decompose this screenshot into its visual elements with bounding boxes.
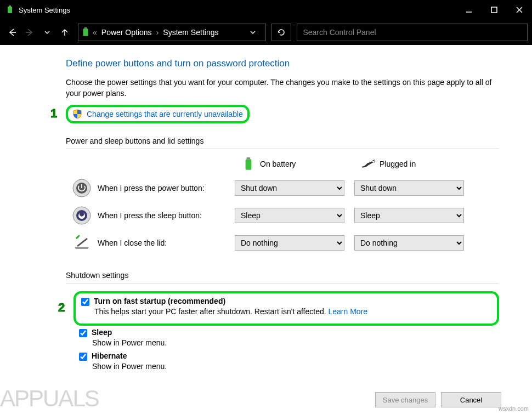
hibernate-option-label: Hibernate xyxy=(92,351,127,360)
fast-startup-highlight: 2 Turn on fast startup (recommended) Thi… xyxy=(73,291,499,326)
nav-history-dropdown[interactable] xyxy=(39,24,55,41)
breadcrumb-system-settings[interactable]: System Settings xyxy=(161,28,220,37)
footer-buttons: Save changes Cancel xyxy=(375,392,501,407)
breadcrumb-power-options[interactable]: Power Options xyxy=(99,28,154,37)
sleep-option-label: Sleep xyxy=(92,328,112,337)
annotation-badge-1: 1 xyxy=(50,106,65,122)
power-options-icon xyxy=(81,27,90,37)
column-plugged-in: Plugged in xyxy=(354,157,464,171)
toolbar: « Power Options › System Settings Search… xyxy=(0,20,532,45)
sleep-checkbox[interactable] xyxy=(79,329,87,337)
change-settings-link[interactable]: Change settings that are currently unava… xyxy=(87,110,243,118)
nav-back-button[interactable] xyxy=(4,24,20,41)
svg-rect-8 xyxy=(83,29,88,36)
lid-battery-select[interactable]: Do nothing xyxy=(235,235,344,251)
uac-shield-icon xyxy=(72,109,82,119)
watermark-logo: APPUALS xyxy=(0,385,99,412)
power-button-battery-select[interactable]: Shut down xyxy=(235,180,344,196)
breadcrumb-dropdown[interactable] xyxy=(242,28,263,37)
section-power-sleep-lid: Power and sleep buttons and lid settings xyxy=(66,137,499,149)
refresh-button[interactable] xyxy=(271,24,291,41)
fast-startup-desc: This helps start your PC faster after sh… xyxy=(94,307,491,316)
page-heading: Define power buttons and turn on passwor… xyxy=(66,58,499,69)
svg-rect-9 xyxy=(84,27,87,29)
power-button-icon xyxy=(71,178,92,199)
change-settings-link-highlight: 1 Change settings that are currently una… xyxy=(66,105,250,123)
battery-icon xyxy=(241,157,256,171)
row-sleep-label: When I press the sleep button: xyxy=(98,211,202,220)
save-changes-button[interactable]: Save changes xyxy=(375,392,435,407)
row-sleep-button: When I press the sleep button: xyxy=(66,205,225,226)
svg-line-13 xyxy=(373,161,375,162)
row-close-lid: When I close the lid: xyxy=(66,232,225,253)
sleep-option-desc: Show in Power menu. xyxy=(92,338,499,347)
sleep-row: Sleep xyxy=(79,328,499,337)
power-options-icon xyxy=(5,5,14,14)
titlebar: System Settings xyxy=(0,0,532,20)
hibernate-checkbox[interactable] xyxy=(79,353,87,361)
shutdown-settings-group: 2 Turn on fast startup (recommended) Thi… xyxy=(66,291,499,371)
svg-rect-10 xyxy=(246,159,252,170)
search-input[interactable]: Search Control Panel xyxy=(297,24,528,41)
content-area: Define power buttons and turn on passwor… xyxy=(0,45,532,414)
annotation-badge-2: 2 xyxy=(58,300,72,316)
nav-forward-button[interactable] xyxy=(22,24,37,41)
fast-startup-label: Turn on fast startup (recommended) xyxy=(94,297,225,305)
close-button[interactable] xyxy=(507,0,532,20)
svg-point-17 xyxy=(76,210,87,221)
section-shutdown-settings: Shutdown settings xyxy=(66,271,499,283)
svg-rect-11 xyxy=(247,157,251,159)
column-label-battery: On battery xyxy=(260,160,296,168)
row-power-label: When I press the power button: xyxy=(98,184,205,192)
column-label-plugged: Plugged in xyxy=(380,160,416,168)
laptop-lid-icon xyxy=(71,232,92,253)
chevron-right-icon: › xyxy=(156,28,159,37)
row-lid-label: When I close the lid: xyxy=(98,239,167,247)
fast-startup-checkbox[interactable] xyxy=(81,298,89,306)
plug-icon xyxy=(361,157,375,171)
row-power-button: When I press the power button: xyxy=(66,178,225,199)
nav-up-button[interactable] xyxy=(57,24,72,41)
breadcrumb[interactable]: « Power Options › System Settings xyxy=(78,24,266,41)
window-title: System Settings xyxy=(19,6,456,14)
sleep-button-battery-select[interactable]: Sleep xyxy=(235,208,344,223)
learn-more-link[interactable]: Learn More xyxy=(329,307,368,316)
hibernate-row: Hibernate xyxy=(79,351,499,361)
maximize-button[interactable] xyxy=(482,0,507,20)
power-button-plugged-select[interactable]: Shut down xyxy=(354,180,464,196)
hibernate-option-desc: Show in Power menu. xyxy=(92,362,499,371)
svg-rect-0 xyxy=(8,7,12,13)
breadcrumb-separator: « xyxy=(93,28,97,37)
power-options-grid: On battery Plugged in When I press the p… xyxy=(66,157,499,253)
svg-rect-1 xyxy=(9,5,11,7)
sleep-button-icon xyxy=(71,205,92,226)
column-on-battery: On battery xyxy=(235,157,344,171)
page-description: Choose the power settings that you want … xyxy=(66,77,499,99)
sleep-button-plugged-select[interactable]: Sleep xyxy=(354,208,464,223)
svg-line-12 xyxy=(372,160,375,161)
svg-rect-3 xyxy=(491,7,497,13)
lid-plugged-select[interactable]: Do nothing xyxy=(354,235,464,251)
minimize-button[interactable] xyxy=(456,0,482,20)
watermark-text: wsxdn.com xyxy=(499,405,529,412)
fast-startup-row: Turn on fast startup (recommended) xyxy=(81,297,491,306)
cancel-button[interactable]: Cancel xyxy=(441,392,501,407)
